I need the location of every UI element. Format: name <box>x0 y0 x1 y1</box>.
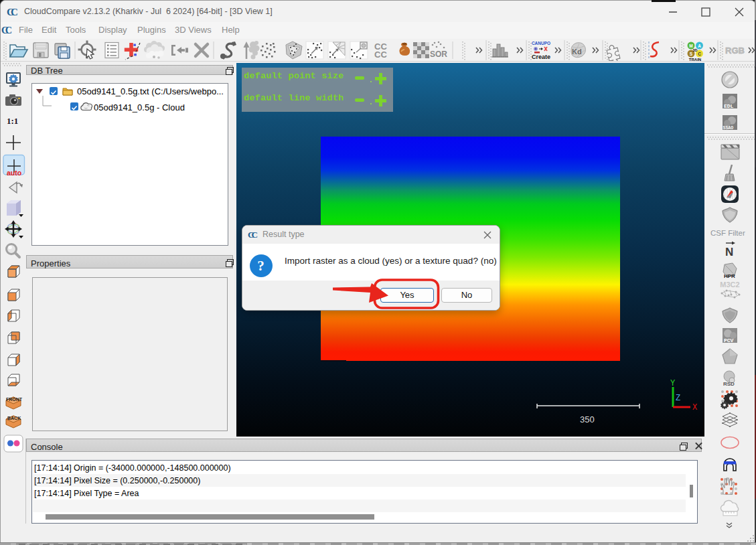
svg-text:M3C2: M3C2 <box>720 281 739 289</box>
svg-text:C: C <box>251 230 258 240</box>
svg-text:A: A <box>698 44 701 48</box>
svg-text:auto: auto <box>7 169 21 177</box>
svg-text:Z: Z <box>676 394 680 403</box>
svg-text:Create: Create <box>532 54 550 60</box>
svg-text:CANUPO: CANUPO <box>532 41 550 46</box>
svg-text:CC: CC <box>374 50 387 60</box>
svg-text:PCV: PCV <box>724 337 734 343</box>
svg-text:FRONT: FRONT <box>6 397 23 402</box>
svg-text:N: N <box>725 246 733 258</box>
svg-text:RSD: RSD <box>723 381 735 387</box>
svg-text:EDL: EDL <box>724 103 734 109</box>
svg-text:SOR: SOR <box>430 50 447 59</box>
svg-text:Kd: Kd <box>572 48 582 56</box>
svg-text:CSF Filter: CSF Filter <box>710 229 745 237</box>
svg-text:SSAO: SSAO <box>723 126 734 131</box>
svg-text:3D: 3D <box>692 48 697 52</box>
svg-text:C: C <box>698 52 701 56</box>
svg-text:TRAIN: TRAIN <box>689 58 701 62</box>
svg-text:C: C <box>11 7 18 17</box>
svg-text:Y: Y <box>670 379 675 388</box>
svg-text:RGB: RGB <box>725 46 745 56</box>
svg-text:X: X <box>692 403 697 411</box>
svg-text:HPR: HPR <box>724 273 735 279</box>
svg-text:1:1: 1:1 <box>7 116 18 126</box>
svg-text:350: 350 <box>580 414 595 424</box>
svg-text:C: C <box>5 25 12 35</box>
svg-text:BACK: BACK <box>7 416 21 420</box>
svg-text:M: M <box>689 44 692 48</box>
